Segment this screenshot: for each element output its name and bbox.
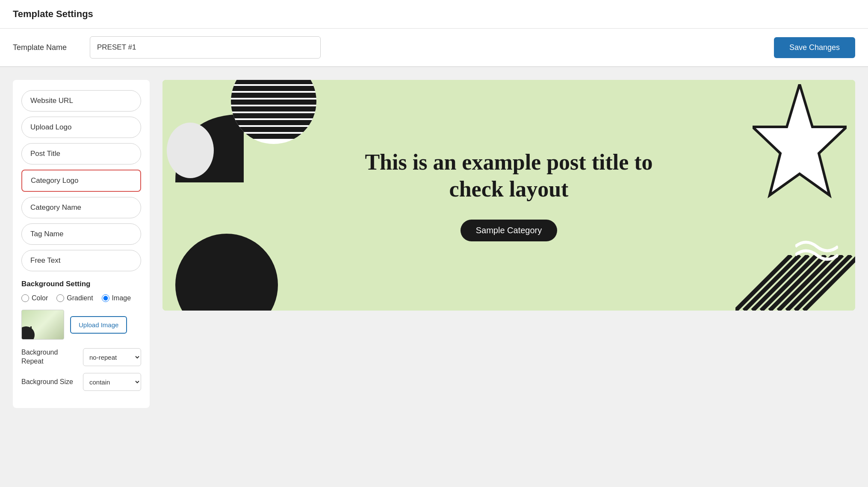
nav-website-url[interactable]: Website URL xyxy=(21,90,141,111)
deco-bottom-left-circle xyxy=(175,234,278,311)
main-content: Website URL Upload Logo Post Title Categ… xyxy=(0,67,868,421)
bg-radio-group: Color Gradient Image xyxy=(21,294,141,302)
save-changes-button[interactable]: Save Changes xyxy=(774,37,855,58)
radio-color[interactable]: Color xyxy=(21,294,48,302)
bg-repeat-row: Background Repeat no-repeat repeat repea… xyxy=(21,348,141,366)
radio-image[interactable]: Image xyxy=(102,294,131,302)
bg-repeat-label: Background Repeat xyxy=(21,348,77,366)
image-thumbnail xyxy=(21,310,64,340)
category-badge: Sample Category xyxy=(461,220,558,241)
nav-category-logo[interactable]: Category Logo xyxy=(21,170,141,192)
bg-size-row: Background Size contain cover auto xyxy=(21,373,141,391)
deco-wave xyxy=(795,238,838,264)
thumbnail-inner xyxy=(22,310,64,339)
deco-star xyxy=(753,84,847,204)
deco-white-half-circle xyxy=(167,123,214,178)
preview-panel: This is an example post title to check l… xyxy=(162,80,855,311)
svg-rect-7 xyxy=(231,86,316,91)
nav-free-text[interactable]: Free Text xyxy=(21,250,141,271)
svg-rect-13 xyxy=(231,127,316,132)
nav-tag-name[interactable]: Tag Name xyxy=(21,223,141,245)
radio-gradient[interactable]: Gradient xyxy=(56,294,93,302)
radio-image-input[interactable] xyxy=(102,294,109,302)
svg-rect-8 xyxy=(231,93,316,98)
radio-gradient-label: Gradient xyxy=(67,294,93,302)
bg-repeat-select[interactable]: no-repeat repeat repeat-x repeat-y xyxy=(83,348,141,366)
image-upload-row: Upload Image xyxy=(21,310,141,340)
svg-point-0 xyxy=(167,123,214,178)
radio-color-label: Color xyxy=(32,294,48,302)
page-title: Template Settings xyxy=(13,9,855,28)
deco-striped-circle xyxy=(231,80,316,144)
thumb-line-deco xyxy=(30,326,32,335)
template-name-input[interactable] xyxy=(90,36,321,59)
upload-image-button[interactable]: Upload Image xyxy=(70,316,127,334)
svg-point-15 xyxy=(175,234,278,311)
radio-image-label: Image xyxy=(112,294,131,302)
svg-rect-12 xyxy=(231,120,316,125)
nav-post-title[interactable]: Post Title xyxy=(21,143,141,164)
preview-inner: This is an example post title to check l… xyxy=(162,80,855,311)
bg-setting-title: Background Setting xyxy=(21,280,141,288)
radio-color-input[interactable] xyxy=(21,294,29,302)
header: Template Settings xyxy=(0,0,868,29)
thumb-circle-deco xyxy=(22,326,35,339)
bg-size-select[interactable]: contain cover auto xyxy=(83,373,141,391)
svg-rect-9 xyxy=(231,100,316,105)
page-wrapper: Template Settings Template Name Save Cha… xyxy=(0,0,868,421)
preview-title: This is an example post title to check l… xyxy=(338,149,680,202)
background-setting-section: Background Setting Color Gradient Image xyxy=(21,280,141,398)
radio-gradient-input[interactable] xyxy=(56,294,64,302)
svg-rect-14 xyxy=(231,134,316,139)
nav-upload-logo[interactable]: Upload Logo xyxy=(21,117,141,138)
left-panel: Website URL Upload Logo Post Title Categ… xyxy=(13,80,150,408)
template-name-row: Template Name Save Changes xyxy=(0,29,868,67)
svg-rect-11 xyxy=(231,113,316,118)
template-name-label: Template Name xyxy=(13,43,81,52)
bg-size-label: Background Size xyxy=(21,378,77,387)
svg-rect-10 xyxy=(231,106,316,111)
nav-category-name[interactable]: Category Name xyxy=(21,197,141,218)
svg-rect-6 xyxy=(231,80,316,84)
